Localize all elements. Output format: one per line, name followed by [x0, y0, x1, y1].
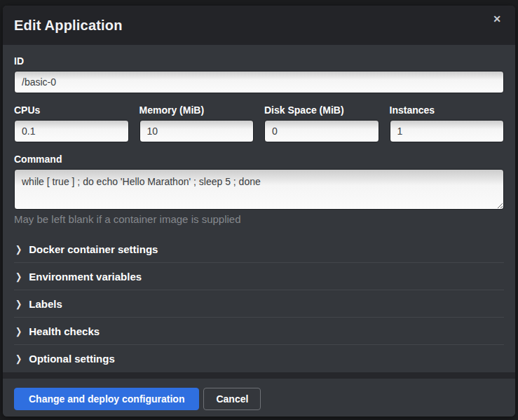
close-icon[interactable]: ✕: [490, 11, 504, 27]
id-field-label: ID: [14, 55, 504, 67]
memory-field-label: Memory (MiB): [139, 104, 254, 116]
chevron-right-icon: ❯: [15, 299, 22, 308]
section-label: Docker container settings: [29, 243, 158, 255]
modal-header: Edit Application ✕: [3, 6, 515, 45]
command-field-label: Command: [14, 154, 504, 165]
chevron-right-icon: ❯: [15, 354, 22, 363]
instances-field-label: Instances: [390, 104, 505, 116]
resources-row: CPUs Memory (MiB) Disk Space (MiB) Insta…: [14, 104, 504, 142]
command-textarea[interactable]: while [ true ] ; do echo 'Hello Marathon…: [14, 169, 504, 210]
id-input[interactable]: [14, 71, 504, 93]
cancel-button[interactable]: Cancel: [203, 388, 261, 410]
collapsible-sections: ❯ Docker container settings ❯ Environmen…: [14, 236, 504, 372]
section-health-checks[interactable]: ❯ Health checks: [14, 318, 504, 345]
section-environment-variables[interactable]: ❯ Environment variables: [14, 263, 504, 290]
modal-title: Edit Application: [14, 18, 123, 34]
cpus-field-label: CPUs: [14, 104, 129, 116]
section-docker-container-settings[interactable]: ❯ Docker container settings: [14, 236, 504, 263]
instances-field-group: Instances: [390, 104, 505, 142]
chevron-right-icon: ❯: [15, 244, 22, 253]
disk-field-label: Disk Space (MiB): [264, 104, 379, 116]
footer-divider: [3, 372, 515, 379]
instances-input[interactable]: [390, 120, 505, 142]
chevron-right-icon: ❯: [15, 326, 22, 335]
command-help-text: May be left blank if a container image i…: [14, 213, 504, 225]
cpus-field-group: CPUs: [14, 104, 129, 142]
disk-field-group: Disk Space (MiB): [264, 104, 379, 142]
modal-footer: Change and deploy configuration Cancel: [3, 379, 515, 416]
section-optional-settings[interactable]: ❯ Optional settings: [14, 345, 504, 372]
section-label: Optional settings: [29, 353, 115, 365]
id-field-group: ID: [14, 55, 504, 93]
disk-input[interactable]: [264, 120, 379, 142]
section-label: Labels: [29, 298, 62, 310]
memory-field-group: Memory (MiB): [139, 104, 254, 142]
chevron-right-icon: ❯: [15, 271, 22, 280]
section-label: Environment variables: [29, 271, 142, 283]
command-field-group: Command while [ true ] ; do echo 'Hello …: [14, 154, 504, 225]
change-and-deploy-button[interactable]: Change and deploy configuration: [14, 388, 199, 410]
section-labels[interactable]: ❯ Labels: [14, 290, 504, 318]
modal-body: ID CPUs Memory (MiB) Disk Space (MiB) In…: [3, 45, 515, 372]
edit-application-modal: Edit Application ✕ ID CPUs Memory (MiB) …: [3, 6, 515, 416]
cpus-input[interactable]: [14, 120, 129, 142]
section-label: Health checks: [29, 325, 100, 337]
memory-input[interactable]: [139, 120, 254, 142]
